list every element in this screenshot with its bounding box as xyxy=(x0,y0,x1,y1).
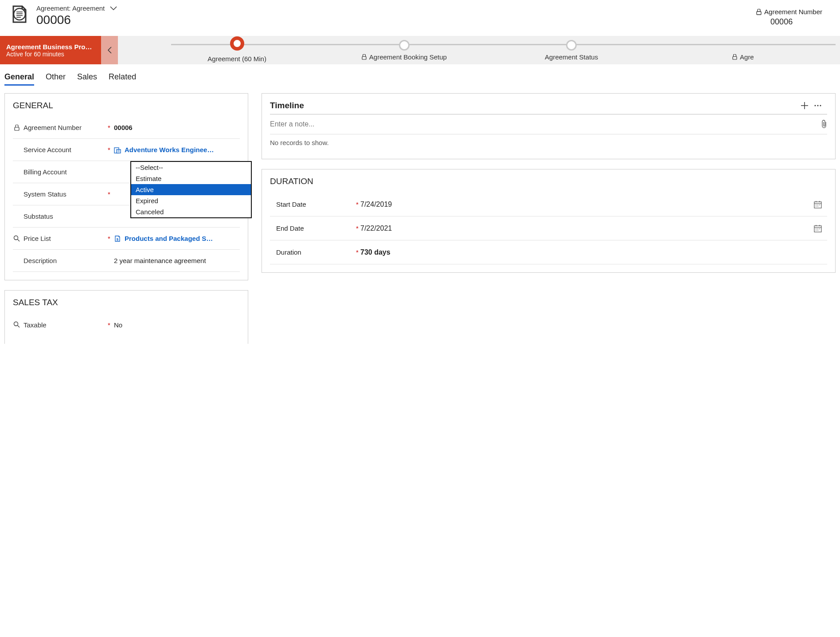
section-title: SALES TAX xyxy=(13,298,240,307)
stage-node-active xyxy=(230,36,244,51)
record-icon xyxy=(9,4,28,24)
section-general: GENERAL Agreement Number * 00006 Service… xyxy=(4,93,248,280)
field-label: Start Date xyxy=(270,201,354,208)
timeline-add-button[interactable] xyxy=(801,102,814,110)
svg-point-23 xyxy=(820,105,821,106)
field-value: 7/24/2019 xyxy=(360,201,814,208)
bpf-stage-next[interactable]: Agre xyxy=(655,40,822,61)
svg-line-15 xyxy=(18,239,20,241)
tab-general[interactable]: General xyxy=(4,72,34,86)
form-tabs: General Other Sales Related xyxy=(0,64,840,86)
option-active[interactable]: Active xyxy=(131,184,251,195)
field-billing-account[interactable]: Billing Account --Select-- Estimate Acti… xyxy=(13,161,240,183)
bpf-back-button[interactable] xyxy=(101,36,118,64)
field-value: 2 year maintenance agreement xyxy=(112,257,240,264)
header-right-info: Agreement Number 00006 xyxy=(756,4,831,27)
account-icon xyxy=(114,146,121,153)
field-price-list[interactable]: Price List * $ Products and Packaged S… xyxy=(13,228,240,250)
tab-other[interactable]: Other xyxy=(46,72,66,86)
tab-related[interactable]: Related xyxy=(109,72,136,86)
lock-icon xyxy=(362,54,367,60)
svg-text:$: $ xyxy=(117,237,119,241)
stage-node xyxy=(399,40,410,51)
required-marker: * xyxy=(106,124,112,131)
svg-point-21 xyxy=(815,105,816,106)
field-value: 730 days xyxy=(360,248,814,256)
recommend-icon xyxy=(13,321,21,328)
option-select[interactable]: --Select-- xyxy=(131,162,251,173)
section-timeline: Timeline Enter a note... No records to s… xyxy=(262,93,836,159)
record-header: Agreement: Agreement 00006 Agreement Num… xyxy=(0,0,840,31)
stage-label: Agreement Status xyxy=(545,53,598,61)
svg-line-18 xyxy=(18,326,20,328)
recommend-icon xyxy=(13,235,21,242)
chevron-down-icon xyxy=(110,6,117,11)
lock-icon xyxy=(756,9,762,15)
option-canceled[interactable]: Canceled xyxy=(131,206,251,217)
field-duration[interactable]: Duration * 730 days xyxy=(270,240,827,264)
field-label: Agreement Number xyxy=(23,124,82,131)
tab-sales[interactable]: Sales xyxy=(77,72,97,86)
svg-rect-9 xyxy=(15,127,19,130)
field-value: No xyxy=(112,321,240,329)
section-duration: DURATION Start Date * 7/24/2019 End Date… xyxy=(262,169,836,273)
business-process-flow: Agreement Business Pro… Active for 60 mi… xyxy=(0,36,840,64)
note-placeholder: Enter a note... xyxy=(270,120,315,128)
required-marker: * xyxy=(354,201,360,208)
field-label: End Date xyxy=(270,224,354,232)
field-service-account[interactable]: Service Account * Adventure Works Engine… xyxy=(13,139,240,161)
stage-node xyxy=(566,40,577,51)
field-value: 7/22/2021 xyxy=(360,224,814,232)
required-marker: * xyxy=(354,224,360,232)
svg-point-14 xyxy=(14,236,18,240)
section-title: GENERAL xyxy=(13,101,240,110)
field-label: Duration xyxy=(270,248,354,256)
bpf-duration: Active for 60 minutes xyxy=(6,51,95,58)
option-estimate[interactable]: Estimate xyxy=(131,173,251,184)
calendar-icon[interactable] xyxy=(814,201,827,208)
timeline-more-button[interactable] xyxy=(814,104,827,107)
calendar-icon[interactable] xyxy=(814,224,827,232)
field-label: System Status xyxy=(23,190,66,198)
system-status-dropdown[interactable]: --Select-- Estimate Active Expired Cance… xyxy=(130,161,252,218)
field-start-date[interactable]: Start Date * 7/24/2019 xyxy=(270,193,827,216)
field-label: Service Account xyxy=(23,146,71,153)
svg-rect-8 xyxy=(733,56,737,59)
field-value[interactable]: Adventure Works Enginee… xyxy=(125,146,214,153)
field-label: Taxable xyxy=(23,321,47,329)
field-agreement-number[interactable]: Agreement Number * 00006 xyxy=(13,117,240,139)
lock-icon xyxy=(732,54,737,60)
field-description[interactable]: Description 2 year maintenance agreement xyxy=(13,250,240,272)
field-label: Substatus xyxy=(23,212,53,220)
section-sales-tax: SALES TAX Taxable * No xyxy=(4,290,248,344)
required-marker: * xyxy=(106,235,112,242)
timeline-empty: No records to show. xyxy=(270,134,827,151)
bpf-stage-booking-setup[interactable]: Agreement Booking Setup xyxy=(320,40,488,61)
stage-label: Agreement Booking Setup xyxy=(369,53,447,61)
field-end-date[interactable]: End Date * 7/22/2021 xyxy=(270,216,827,240)
field-value[interactable]: Products and Packaged S… xyxy=(125,235,213,242)
record-title: 00006 xyxy=(36,13,756,27)
bpf-header[interactable]: Agreement Business Pro… Active for 60 mi… xyxy=(0,36,101,64)
section-title: DURATION xyxy=(270,177,827,186)
view-selector[interactable]: Agreement: Agreement xyxy=(36,4,117,12)
stage-label: Agreement (60 Min) xyxy=(207,55,266,63)
timeline-note-input[interactable]: Enter a note... xyxy=(270,114,827,134)
required-marker: * xyxy=(106,190,112,198)
view-label: Agreement: Agreement xyxy=(36,4,105,12)
field-taxable[interactable]: Taxable * No xyxy=(13,314,240,336)
attachment-icon[interactable] xyxy=(821,120,827,129)
field-value: 00006 xyxy=(112,124,240,131)
svg-point-22 xyxy=(817,105,819,106)
required-marker: * xyxy=(354,248,360,256)
bpf-stage-status[interactable]: Agreement Status xyxy=(488,40,655,61)
option-expired[interactable]: Expired xyxy=(131,195,251,206)
svg-rect-6 xyxy=(757,12,761,15)
field-label: Billing Account xyxy=(23,168,67,176)
svg-rect-7 xyxy=(362,56,366,59)
stage-label: Agre xyxy=(740,53,754,61)
bpf-stage-agreement[interactable]: Agreement (60 Min) xyxy=(153,38,320,63)
field-label: Price List xyxy=(23,235,51,242)
agreement-number-label: Agreement Number xyxy=(764,8,822,16)
required-marker: * xyxy=(106,146,112,153)
